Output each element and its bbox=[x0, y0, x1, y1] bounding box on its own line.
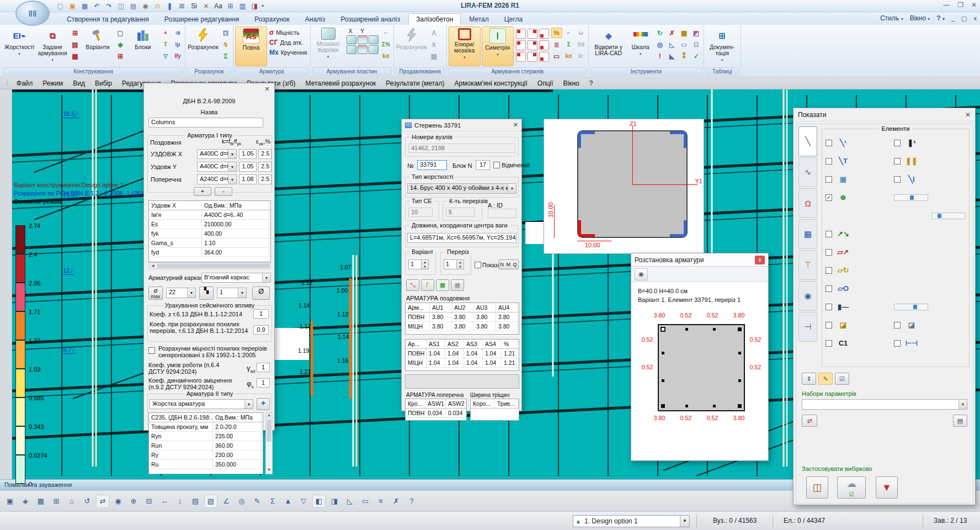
tools-icon[interactable]: ✕ bbox=[201, 1, 211, 10]
refresh-icon[interactable]: ↻ bbox=[654, 28, 665, 38]
add-row-button[interactable]: + bbox=[194, 187, 211, 196]
stiffness-grid-icon[interactable]: ▦ bbox=[70, 51, 81, 61]
menu-item[interactable]: Вид bbox=[68, 78, 90, 88]
prism-slider[interactable] bbox=[894, 304, 928, 310]
lfy-icon[interactable]: lfy bbox=[172, 51, 183, 61]
stiffness-button[interactable]: EI⌁ Жорсткості▾ bbox=[3, 26, 35, 66]
marked-checkbox[interactable] bbox=[493, 162, 500, 168]
tab-metal[interactable]: Метал bbox=[462, 14, 496, 25]
axes-tool-icon[interactable]: ⤡ bbox=[406, 279, 419, 291]
menu-item[interactable]: Файл bbox=[12, 78, 38, 88]
k-sigma-icon[interactable]: kσ bbox=[381, 51, 392, 61]
lc-icon[interactable]: lc bbox=[576, 51, 587, 61]
bars-icon[interactable]: ||| bbox=[551, 39, 562, 50]
bar-chip-icon[interactable] bbox=[539, 40, 549, 50]
table-icon[interactable]: ⊞ bbox=[225, 1, 236, 10]
pan-horizontal-icon[interactable]: ↔ bbox=[158, 495, 171, 508]
table-row[interactable]: ПОВН0.0340.034 bbox=[406, 409, 466, 418]
edit-tab-icon[interactable]: ⊤ bbox=[798, 250, 817, 280]
row-x-eps-input[interactable]: 2.5 bbox=[258, 149, 271, 159]
palette-icon[interactable]: ◩ bbox=[691, 28, 702, 38]
table-row[interactable]: ПОВН3.803.803.803.80 bbox=[406, 312, 519, 322]
table-hscrollbar[interactable]: ◄ bbox=[148, 262, 271, 269]
diameter-combo[interactable]: 22▼ bbox=[166, 288, 196, 298]
row-y-eps-input[interactable]: 2.5 bbox=[258, 162, 271, 172]
layers-icon[interactable]: ▤ bbox=[189, 495, 202, 508]
triangle-icon[interactable]: ◺ bbox=[343, 495, 356, 508]
apply-filter-icon[interactable]: ▼ bbox=[876, 476, 898, 499]
table-import-icon[interactable]: ▥ bbox=[237, 1, 248, 10]
row-t-eps-input[interactable]: 2.5 bbox=[258, 174, 271, 184]
calc-options-icon[interactable]: ⊡ bbox=[220, 28, 231, 38]
node-numbers-checkbox[interactable] bbox=[894, 140, 901, 146]
sigma-icon[interactable]: Σ bbox=[563, 39, 574, 50]
ribbon-restore-button[interactable]: ▢ bbox=[961, 15, 967, 22]
clamp-tab-icon[interactable]: ⊣ bbox=[798, 312, 817, 342]
help-menu[interactable]: ? ▾ bbox=[936, 14, 945, 22]
bar-chip-icon[interactable] bbox=[516, 40, 526, 50]
table-row[interactable]: fyk400.00 bbox=[149, 229, 270, 239]
target-icon[interactable]: ◎ bbox=[654, 39, 665, 50]
local-axes-checkbox[interactable]: ✓ bbox=[825, 194, 832, 201]
symmetry-button[interactable]: Ⅰ Симетрія▾ bbox=[482, 26, 514, 66]
bar-chip-icon[interactable] bbox=[528, 40, 537, 50]
variant-spinner[interactable]: 1▲▼ bbox=[408, 259, 429, 269]
bar-chip-icon[interactable] bbox=[516, 29, 526, 39]
prism-checkbox[interactable] bbox=[825, 304, 832, 310]
select-poly-icon[interactable]: ◈ bbox=[19, 495, 32, 508]
diameter-button[interactable]: Ø bbox=[252, 287, 270, 300]
bar-chip-icon[interactable] bbox=[539, 52, 549, 62]
style-menu[interactable]: Стиль ▾ bbox=[880, 14, 903, 22]
volume-checkbox[interactable] bbox=[825, 322, 832, 328]
table-row[interactable]: МІЦН3.803.803.803.80 bbox=[406, 322, 519, 331]
menu-item[interactable]: Результати (метал) bbox=[381, 78, 449, 88]
zoom-icon[interactable]: ◉ bbox=[111, 495, 125, 508]
table-row[interactable]: Es210000.00 bbox=[149, 220, 270, 229]
section-spinner[interactable]: 1▲▼ bbox=[444, 259, 464, 269]
down-icon[interactable]: ▽ bbox=[297, 495, 310, 508]
table-row[interactable]: Ru350.000 bbox=[149, 460, 263, 469]
show-checkbox[interactable] bbox=[475, 262, 481, 268]
tab-advanced-analysis[interactable]: Розширений аналіз bbox=[333, 14, 407, 25]
bar-chip-icon[interactable] bbox=[528, 52, 537, 62]
menu-item[interactable]: Вікно bbox=[558, 78, 584, 88]
erase-icon[interactable]: ✗ bbox=[390, 495, 403, 508]
block-input[interactable]: 17 bbox=[476, 160, 490, 170]
asw-icon[interactable]: A bbox=[429, 28, 440, 38]
menu-item[interactable]: Режим bbox=[38, 78, 68, 88]
calc-sum-icon[interactable]: Σ bbox=[220, 51, 231, 61]
strength-button[interactable]: σМіцність bbox=[269, 29, 307, 36]
ip-icon[interactable]: ip bbox=[172, 39, 183, 50]
column-icon[interactable]: ❚ bbox=[164, 1, 175, 10]
minimize-button[interactable]: — bbox=[943, 1, 950, 9]
camera-icon[interactable]: ◉ bbox=[635, 268, 648, 280]
elements-tab-icon[interactable]: ╲ bbox=[798, 126, 817, 156]
bar-chip-icon[interactable] bbox=[516, 52, 526, 62]
note-icon[interactable]: ▢ bbox=[115, 28, 126, 38]
tab-advanced-edit[interactable]: Розширене редагування bbox=[157, 14, 247, 25]
bar-chip-icon[interactable] bbox=[539, 29, 549, 39]
grid-tool-icon[interactable]: ▦ bbox=[34, 495, 47, 508]
diagrams-mosaic-button[interactable]: Епюри/ мозаїка▾ bbox=[449, 26, 481, 66]
qat-more-icon[interactable]: ▾ bbox=[262, 3, 264, 8]
app-menu-orb[interactable]: ǁǁ bbox=[15, 1, 50, 26]
menu-item[interactable]: Армокам'яні конструкції bbox=[450, 78, 532, 88]
row-y-class-combo[interactable]: A400C d=6▼ bbox=[197, 162, 237, 172]
size-slider2[interactable] bbox=[931, 213, 966, 219]
nodes-tab-icon[interactable]: ∿ bbox=[798, 157, 817, 187]
assigned-reinforcement-button[interactable]: ⧉ Задане армування▾ bbox=[36, 26, 68, 66]
en-sync-checkbox[interactable] bbox=[148, 347, 155, 354]
row-t-class-combo[interactable]: A240C d=6▼ bbox=[197, 174, 237, 184]
variants-button[interactable]: Варіанти bbox=[82, 26, 114, 66]
row-t-k-input[interactable]: 1.08 bbox=[239, 174, 257, 184]
plate-x2-icon[interactable] bbox=[347, 45, 356, 54]
dimension-checkbox[interactable] bbox=[894, 340, 901, 347]
book-icon[interactable]: ▭ bbox=[679, 39, 690, 50]
notes-icon[interactable]: ⁑ bbox=[679, 51, 690, 61]
full-reinforcement-button[interactable]: As Повна bbox=[235, 26, 267, 66]
pan-mode-icon[interactable]: ⊙ bbox=[152, 1, 163, 10]
row-y-k-input[interactable]: 1.05 bbox=[239, 162, 257, 172]
select-tool-icon[interactable]: ▣ bbox=[3, 495, 17, 508]
tab-brick[interactable]: Цегла bbox=[497, 14, 530, 25]
tee-section-icon[interactable]: Τ bbox=[160, 39, 171, 50]
